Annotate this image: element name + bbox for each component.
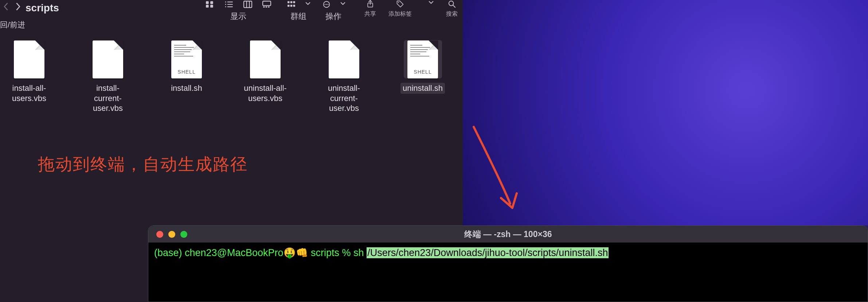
vbs-file-icon xyxy=(14,40,44,78)
svg-rect-1 xyxy=(210,1,213,4)
view-list-button[interactable] xyxy=(224,0,234,8)
file-name: install-current-user.vbs xyxy=(81,83,135,114)
svg-rect-14 xyxy=(263,7,265,8)
nav-forward-button[interactable] xyxy=(15,2,21,12)
svg-line-30 xyxy=(453,5,455,7)
file-name: install-all-users.vbs xyxy=(2,83,56,104)
svg-point-4 xyxy=(225,1,226,3)
toolbar-overflow-button[interactable] xyxy=(429,0,434,7)
svg-rect-17 xyxy=(288,1,290,3)
svg-point-28 xyxy=(398,2,399,3)
chevron-down-icon[interactable] xyxy=(340,1,345,8)
terminal-prompt: (base) chen23@MacBookPro🤑👊 scripts % sh xyxy=(154,247,367,258)
file-item[interactable]: uninstall-all-users.vbs xyxy=(238,40,292,114)
view-columns-button[interactable] xyxy=(243,0,253,8)
svg-rect-0 xyxy=(206,1,209,4)
vbs-file-icon xyxy=(329,40,359,78)
window-title: scripts xyxy=(23,0,59,14)
file-item[interactable]: SHELLinstall.sh xyxy=(160,40,214,114)
terminal-body[interactable]: (base) chen23@MacBookPro🤑👊 scripts % sh … xyxy=(148,243,868,263)
action-label: 操作 xyxy=(325,11,341,22)
svg-rect-20 xyxy=(288,5,290,7)
annotation-text: 拖动到终端，自动生成路径 xyxy=(38,153,248,176)
svg-rect-10 xyxy=(244,1,252,8)
file-item[interactable]: uninstall-current-user.vbs xyxy=(317,40,371,114)
file-item[interactable]: install-current-user.vbs xyxy=(81,40,135,114)
desktop-background xyxy=(463,0,868,225)
terminal-titlebar[interactable]: 终端 — -zsh — 100×36 xyxy=(148,226,868,243)
svg-rect-21 xyxy=(290,5,293,7)
file-kind-badge: SHELL xyxy=(171,69,202,75)
file-kind-badge: SHELL xyxy=(407,69,438,75)
svg-point-6 xyxy=(225,4,226,5)
search-label: 搜索 xyxy=(446,10,458,18)
svg-rect-22 xyxy=(293,5,295,7)
view-gallery-button[interactable] xyxy=(262,0,272,8)
svg-point-8 xyxy=(225,6,226,7)
close-button[interactable] xyxy=(156,231,163,238)
terminal-window: 终端 — -zsh — 100×36 (base) chen23@MacBook… xyxy=(148,225,868,302)
svg-rect-19 xyxy=(293,1,295,3)
vbs-file-icon xyxy=(93,40,123,78)
terminal-path: /Users/chen23/Downloads/jihuo-tool/scrip… xyxy=(367,247,609,258)
chevron-down-icon[interactable] xyxy=(305,1,310,8)
view-label: 显示 xyxy=(230,11,246,22)
zoom-button[interactable] xyxy=(180,231,187,238)
share-button[interactable] xyxy=(365,0,375,8)
svg-point-29 xyxy=(449,1,454,6)
nav-sub-label: 回/前进 xyxy=(0,20,25,30)
svg-rect-2 xyxy=(206,5,209,8)
view-switcher: 显示 xyxy=(205,0,272,22)
vbs-file-icon xyxy=(250,40,281,78)
file-name: install.sh xyxy=(169,83,204,94)
svg-point-24 xyxy=(325,4,326,5)
search-button[interactable] xyxy=(447,0,457,8)
file-name: uninstall-all-users.vbs xyxy=(238,83,292,104)
finder-toolbar: scripts 显示 xyxy=(0,0,463,22)
view-icons-button[interactable] xyxy=(205,0,215,8)
action-button[interactable] xyxy=(321,0,332,8)
group-label: 群组 xyxy=(290,11,306,22)
file-item[interactable]: SHELLuninstall.sh xyxy=(396,40,450,114)
shell-file-icon: SHELL xyxy=(171,40,202,78)
terminal-title: 终端 — -zsh — 100×36 xyxy=(148,229,868,240)
svg-rect-15 xyxy=(266,7,267,8)
nav-back-button[interactable] xyxy=(3,2,9,12)
minimize-button[interactable] xyxy=(168,231,175,238)
svg-rect-3 xyxy=(210,5,213,8)
svg-point-25 xyxy=(326,4,327,5)
svg-rect-16 xyxy=(268,7,269,8)
svg-rect-18 xyxy=(290,1,293,3)
file-name: uninstall.sh xyxy=(400,83,445,94)
tag-button[interactable] xyxy=(395,0,405,8)
svg-point-26 xyxy=(328,4,329,5)
tag-label: 添加标签 xyxy=(388,10,412,18)
group-button[interactable] xyxy=(286,0,297,8)
svg-rect-13 xyxy=(263,1,271,5)
file-name: uninstall-current-user.vbs xyxy=(317,83,371,114)
file-grid: install-all-users.vbsinstall-current-use… xyxy=(0,40,463,114)
share-label: 共享 xyxy=(364,10,376,18)
file-item[interactable]: install-all-users.vbs xyxy=(2,40,56,114)
shell-file-icon: SHELL xyxy=(407,40,438,78)
